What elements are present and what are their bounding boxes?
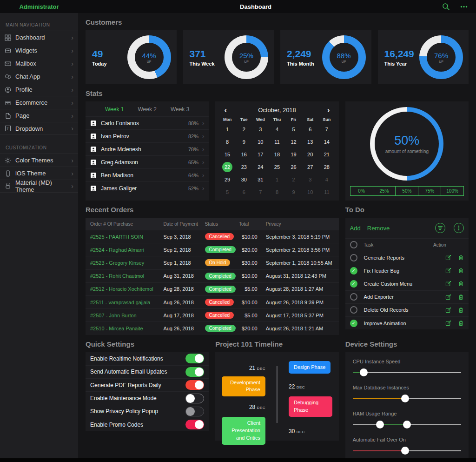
timeline-phase-button[interactable]: Debugging Phase [289,396,332,417]
sidebar-item-color-themes[interactable]: Color Themes› [0,154,78,167]
sidebar-item-mailbox[interactable]: Mailbox› [0,57,78,70]
calendar-day-23[interactable]: 23 [236,161,252,173]
order-link[interactable]: #2525 - PAARTH SOIN [90,234,163,240]
gauge-button-25[interactable]: 25% [373,186,396,196]
order-link[interactable]: #2507 - John Burton [90,313,163,318]
calendar-day-21[interactable]: 21 [318,148,335,161]
timeline-phase-button[interactable]: Client Presentation and Critics [222,417,265,445]
calendar-day-5[interactable]: 5 [285,123,302,135]
calendar-day-4-muted[interactable]: 4 [318,173,335,186]
edit-icon[interactable] [445,307,451,313]
calendar-day-12[interactable]: 12 [285,135,302,148]
calendar-day-2-muted[interactable]: 2 [285,173,302,186]
stat-row-james-galiger[interactable]: James Galiger52%› [86,181,209,194]
toggle-off[interactable] [185,394,204,403]
tab-week-2[interactable]: Week 2 [135,106,159,113]
calendar-day-24[interactable]: 24 [252,161,269,173]
timeline-phase-button[interactable]: Design Phase [289,361,331,374]
calendar-day-2[interactable]: 2 [236,123,252,135]
calendar-day-8-muted[interactable]: 8 [269,186,285,198]
sidebar-item-material-md-theme[interactable]: Material (MD) Theme› [0,180,78,193]
stat-row-greg-adamson[interactable]: Greg Adamson65%› [86,155,209,168]
sidebar-item-page[interactable]: Page› [0,109,78,122]
calendar-day-30[interactable]: 30 [236,173,252,186]
ellipsis-icon[interactable] [460,6,468,8]
calendar-day-7[interactable]: 7 [318,123,335,135]
calendar-day-1[interactable]: 1 [219,123,236,135]
todo-checkbox[interactable] [350,293,357,301]
sidebar-item-ecommerce[interactable]: Ecommerce› [0,96,78,109]
stat-row-ivan-petrov[interactable]: Ivan Petrov82%› [86,129,209,142]
calendar-day-26[interactable]: 26 [285,161,302,173]
calendar-day-6[interactable]: 6 [302,123,318,135]
calendar-day-15[interactable]: 15 [219,148,236,161]
tab-week-1[interactable]: Week 1 [102,106,126,113]
order-link[interactable]: #2523 - Gregory Kinsey [90,260,163,266]
order-link[interactable]: #2521 - Rohit Chautmol [90,273,163,279]
order-link[interactable]: #2512 - Horacio Xochitemol [90,286,163,292]
calendar-day-18[interactable]: 18 [269,148,285,161]
toggle-off[interactable] [185,407,204,416]
gauge-button-75[interactable]: 75% [418,186,441,196]
calendar-day-10[interactable]: 10 [252,135,269,148]
sidebar-item-chat-app[interactable]: Chat App› [0,70,78,83]
calendar-day-22[interactable]: 22 [219,161,236,173]
order-link[interactable]: #2511 - varaprasad gajjala [90,300,163,305]
todo-checkbox[interactable]: ✓ [350,280,357,288]
calendar-day-4[interactable]: 4 [269,123,285,135]
calendar-day-17[interactable]: 17 [252,148,269,161]
edit-icon[interactable] [445,294,451,300]
more-icon[interactable] [454,223,464,233]
trash-icon[interactable] [458,268,464,274]
calendar-day-29[interactable]: 29 [219,173,236,186]
calendar-day-11-muted[interactable]: 11 [318,186,335,198]
search-icon[interactable] [442,3,450,11]
calendar-day-19[interactable]: 19 [285,148,302,161]
todo-select-all-checkbox[interactable] [350,241,357,248]
calendar-day-14[interactable]: 14 [318,135,335,148]
calendar-day-11[interactable]: 11 [269,135,285,148]
sidebar-item-profile[interactable]: Profile› [0,83,78,96]
stat-row-carlo-fontanos[interactable]: Carlo Fontanos88%› [86,116,209,129]
sidebar-item-widgets[interactable]: Widgets› [0,44,78,57]
trash-icon[interactable] [458,254,464,261]
trash-icon[interactable] [458,320,464,326]
toggle-on[interactable] [185,354,204,363]
calendar-day-7-muted[interactable]: 7 [252,186,269,198]
calendar-day-1-muted[interactable]: 1 [269,173,285,186]
todo-checkbox[interactable] [350,254,357,261]
calendar-next-icon[interactable]: › [325,106,332,114]
edit-icon[interactable] [445,281,451,287]
calendar-day-16[interactable]: 16 [236,148,252,161]
todo-checkbox[interactable]: ✓ [350,267,357,275]
calendar-day-8[interactable]: 8 [219,135,236,148]
edit-icon[interactable] [445,268,451,274]
calendar-day-5-muted[interactable]: 5 [219,186,236,198]
edit-icon[interactable] [445,320,451,326]
trash-icon[interactable] [458,294,464,300]
stat-row-andre-mclenesh[interactable]: Andre Mclenesh78%› [86,142,209,155]
toggle-on[interactable] [185,380,204,390]
slider-knob[interactable] [376,421,384,429]
calendar-day-31[interactable]: 31 [252,173,269,186]
todo-remove-button[interactable]: Remove [367,225,390,232]
timeline-phase-button[interactable]: Development Phase [222,376,265,397]
sidebar-item-dashboard[interactable]: Dashboard› [0,31,78,44]
slider-knob[interactable] [360,368,368,376]
calendar-day-10-muted[interactable]: 10 [302,186,318,198]
gauge-button-0[interactable]: 0% [350,186,373,196]
calendar-day-27[interactable]: 27 [302,161,318,173]
todo-checkbox[interactable] [350,306,357,314]
slider-knob[interactable] [401,395,409,402]
calendar-day-28[interactable]: 28 [318,161,335,173]
order-link[interactable]: #2510 - Mircea Panaite [90,326,163,331]
slider-knob[interactable] [403,421,411,429]
calendar-day-25[interactable]: 25 [269,161,285,173]
filter-icon[interactable] [435,223,445,233]
trash-icon[interactable] [458,281,464,287]
gauge-button-100[interactable]: 100% [441,186,464,196]
sidebar-item-ios-theme[interactable]: iOS Theme› [0,167,78,180]
calendar-day-9-muted[interactable]: 9 [285,186,302,198]
calendar-day-20[interactable]: 20 [302,148,318,161]
todo-add-button[interactable]: Add [350,225,361,232]
